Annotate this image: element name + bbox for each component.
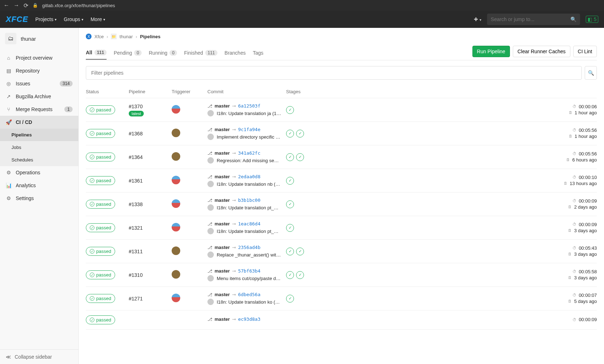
plus-icon[interactable]: ✚ ▾ <box>474 16 481 22</box>
todo-badge[interactable]: ◧ 5 <box>586 16 598 23</box>
commit-message[interactable]: Menu items cut/copy/paste do... <box>217 276 281 281</box>
filter-search-button[interactable]: 🔍 <box>585 66 597 80</box>
commit-sha[interactable]: 2356ad4b <box>238 245 261 250</box>
triggerer-avatar[interactable] <box>172 152 180 161</box>
pipeline-id[interactable]: #1321 <box>129 225 172 231</box>
sidebar-subitem-pipelines[interactable]: Pipelines <box>0 129 78 141</box>
pipeline-id[interactable]: #1271 <box>129 296 172 301</box>
triggerer-avatar[interactable] <box>172 223 180 231</box>
search-icon[interactable]: 🔍 <box>570 16 576 22</box>
pipeline-id[interactable]: #1364 <box>129 154 172 160</box>
commit-message[interactable]: I18n: Update translation pt_BR... <box>217 205 281 210</box>
stage-icon[interactable]: ✓ <box>286 200 294 208</box>
pipeline-id[interactable]: #1361 <box>129 178 172 184</box>
branch-name[interactable]: master <box>215 127 230 132</box>
sidebar-item-bugzilla-archive[interactable]: ↗Bugzilla Archive <box>0 90 78 103</box>
pipeline-id[interactable]: #1310 <box>129 272 172 278</box>
menu-groups[interactable]: Groups▾ <box>64 16 83 22</box>
stage-icon[interactable]: ✓ <box>286 130 294 138</box>
status-badge[interactable]: ✓passed <box>86 176 115 185</box>
collapse-sidebar[interactable]: ≪ Collapse sidebar <box>0 349 78 364</box>
commit-sha[interactable]: ec93d8a3 <box>238 316 261 322</box>
sidebar-item-ci-cd[interactable]: 🚀CI / CD <box>0 116 78 129</box>
breadcrumb-project[interactable]: thunar <box>119 34 133 39</box>
ci-lint-button[interactable]: CI Lint <box>573 46 597 57</box>
commit-sha[interactable]: 6dbed56a <box>238 292 261 297</box>
triggerer-avatar[interactable] <box>172 105 180 114</box>
branch-name[interactable]: master <box>215 103 230 109</box>
stage-icon[interactable]: ✓ <box>286 295 294 303</box>
stage-icon[interactable]: ✓ <box>286 106 294 114</box>
commit-sha[interactable]: 341a62fc <box>238 150 261 156</box>
tab-all[interactable]: All111 <box>86 46 107 60</box>
sidebar-item-settings[interactable]: ⚙Settings <box>0 192 78 205</box>
branch-name[interactable]: master <box>215 198 230 203</box>
tab-tags[interactable]: Tags <box>253 46 264 60</box>
stage-icon[interactable]: ✓ <box>286 224 294 232</box>
stage-icon[interactable]: ✓ <box>296 271 304 279</box>
sidebar-subitem-schedules[interactable]: Schedules <box>0 154 78 166</box>
status-badge[interactable]: ✓passed <box>86 129 115 138</box>
global-search[interactable]: 🔍 <box>487 14 580 25</box>
tab-pending[interactable]: Pending0 <box>114 46 142 60</box>
commit-sha[interactable]: b3b1bc00 <box>238 198 261 203</box>
stage-icon[interactable]: ✓ <box>296 153 304 161</box>
reload-icon[interactable]: ⟳ <box>24 2 28 9</box>
branch-name[interactable]: master <box>215 150 230 156</box>
status-badge[interactable]: ✓passed <box>86 200 115 209</box>
triggerer-avatar[interactable] <box>172 270 180 279</box>
triggerer-avatar[interactable] <box>172 129 180 137</box>
tab-branches[interactable]: Branches <box>225 46 246 60</box>
commit-message[interactable]: Implement directory specific s... <box>217 134 281 140</box>
commit-sha[interactable]: 6a12503f <box>238 103 261 109</box>
commit-message[interactable]: I18n: Update translation pt_BR... <box>217 229 281 234</box>
url-bar[interactable]: gitlab.xfce.org/xfce/thunar/pipelines <box>42 3 115 8</box>
commit-sha[interactable]: 57bf63b4 <box>238 268 261 274</box>
commit-sha[interactable]: 9c1fa94e <box>238 127 261 132</box>
branch-name[interactable]: master <box>215 268 230 274</box>
commit-message[interactable]: Replace _thunar_assert() with ... <box>217 252 281 258</box>
status-badge[interactable]: ✓passed <box>86 223 115 232</box>
tab-running[interactable]: Running0 <box>149 46 177 60</box>
stage-icon[interactable]: ✓ <box>286 271 294 279</box>
status-badge[interactable]: ✓passed <box>86 247 115 256</box>
sidebar-subitem-jobs[interactable]: Jobs <box>0 141 78 154</box>
commit-message[interactable]: I18n: Update translation nb (1... <box>217 181 281 187</box>
global-search-input[interactable] <box>491 16 570 22</box>
status-badge[interactable]: ✓passed <box>86 294 115 303</box>
sidebar-item-operations[interactable]: ⚙Operations <box>0 166 78 179</box>
stage-icon[interactable]: ✓ <box>286 177 294 185</box>
triggerer-avatar[interactable] <box>172 246 180 255</box>
triggerer-avatar[interactable] <box>172 294 180 302</box>
status-badge[interactable]: ✓passed <box>86 153 115 161</box>
status-badge[interactable]: ✓passed <box>86 270 115 279</box>
stage-icon[interactable]: ✓ <box>286 153 294 161</box>
sidebar-project-header[interactable]: 🗂 thunar <box>0 28 78 49</box>
stage-icon[interactable]: ✓ <box>296 130 304 138</box>
menu-more[interactable]: More▾ <box>90 16 105 22</box>
breadcrumb-root[interactable]: Xfce <box>94 34 104 39</box>
pipeline-id[interactable]: #1370 <box>129 104 172 109</box>
branch-name[interactable]: master <box>215 221 230 226</box>
sidebar-item-merge-requests[interactable]: ⑂Merge Requests1 <box>0 103 78 116</box>
filter-pipelines-input[interactable] <box>86 66 582 80</box>
forward-icon[interactable]: → <box>14 2 19 9</box>
triggerer-avatar[interactable] <box>172 199 180 208</box>
run-pipeline-button[interactable]: Run Pipeline <box>472 46 510 57</box>
sidebar-item-analytics[interactable]: 📊Analytics <box>0 179 78 192</box>
commit-message[interactable]: I18n: Update translation ko (1... <box>217 299 281 305</box>
pipeline-id[interactable]: #1311 <box>129 249 172 254</box>
stage-icon[interactable]: ✓ <box>286 248 294 255</box>
branch-name[interactable]: master <box>215 174 230 179</box>
logo[interactable]: XFCE <box>6 15 28 24</box>
tab-finished[interactable]: Finished111 <box>184 46 217 60</box>
commit-sha[interactable]: 1eac86d4 <box>238 221 261 226</box>
menu-projects[interactable]: Projects▾ <box>35 16 57 22</box>
triggerer-avatar[interactable] <box>172 176 180 184</box>
commit-message[interactable]: I18n: Update translation ja (10... <box>217 111 281 116</box>
branch-name[interactable]: master <box>215 316 230 322</box>
commit-sha[interactable]: 2edaa0d8 <box>238 174 261 179</box>
branch-name[interactable]: master <box>215 245 230 250</box>
pipeline-id[interactable]: #1368 <box>129 131 172 136</box>
sidebar-item-repository[interactable]: ▤Repository <box>0 64 78 77</box>
